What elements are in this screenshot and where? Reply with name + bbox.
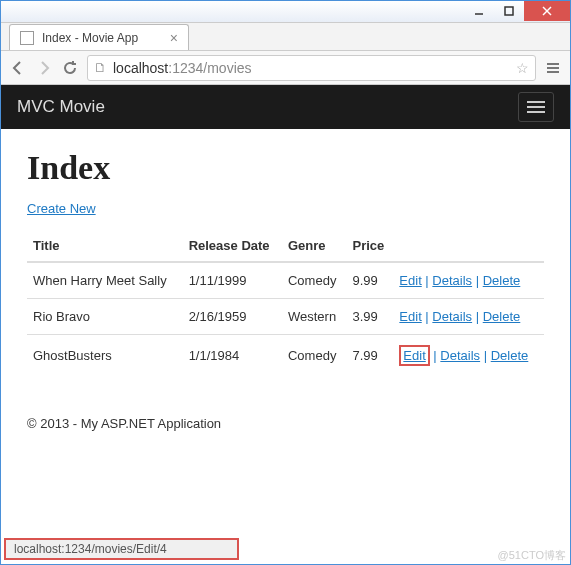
cell-actions: Edit | Details | Delete	[393, 335, 544, 377]
cell-date: 2/16/1959	[183, 299, 282, 335]
cell-actions: Edit | Details | Delete	[393, 299, 544, 335]
delete-link[interactable]: Delete	[491, 348, 529, 363]
cell-title: When Harry Meet Sally	[27, 262, 183, 299]
col-actions	[393, 230, 544, 262]
site-navbar: MVC Movie	[1, 85, 570, 129]
page-title: Index	[27, 149, 544, 187]
cell-title: Rio Bravo	[27, 299, 183, 335]
tab-close-icon[interactable]: ×	[170, 30, 178, 46]
window-titlebar	[1, 1, 570, 23]
edit-link[interactable]: Edit	[403, 348, 425, 363]
cell-genre: Comedy	[282, 262, 347, 299]
col-release-date: Release Date	[183, 230, 282, 262]
browser-tab[interactable]: Index - Movie App ×	[9, 24, 189, 50]
edit-link[interactable]: Edit	[399, 309, 421, 324]
cell-genre: Comedy	[282, 335, 347, 377]
table-row: When Harry Meet Sally 1/11/1999 Comedy 9…	[27, 262, 544, 299]
cell-price: 3.99	[347, 299, 394, 335]
cell-date: 1/1/1984	[183, 335, 282, 377]
table-row: Rio Bravo 2/16/1959 Western 3.99 Edit | …	[27, 299, 544, 335]
navbar-brand[interactable]: MVC Movie	[17, 97, 105, 117]
cell-price: 9.99	[347, 262, 394, 299]
bookmark-star-icon[interactable]: ☆	[516, 60, 529, 76]
col-title: Title	[27, 230, 183, 262]
create-new-link[interactable]: Create New	[27, 201, 96, 216]
cell-date: 1/11/1999	[183, 262, 282, 299]
tab-title: Index - Movie App	[42, 31, 138, 45]
window-maximize-button[interactable]	[494, 1, 524, 21]
edit-link[interactable]: Edit	[399, 273, 421, 288]
cell-genre: Western	[282, 299, 347, 335]
back-button[interactable]	[9, 59, 27, 77]
svg-rect-1	[505, 7, 513, 15]
url-host: localhost	[113, 60, 168, 76]
browser-tabstrip: Index - Movie App ×	[1, 23, 570, 51]
delete-link[interactable]: Delete	[483, 309, 521, 324]
favicon-icon	[20, 31, 34, 45]
col-genre: Genre	[282, 230, 347, 262]
details-link[interactable]: Details	[440, 348, 480, 363]
window-close-button[interactable]	[524, 1, 570, 21]
browser-toolbar: 🗋 localhost:1234/movies ☆	[1, 51, 570, 85]
delete-link[interactable]: Delete	[483, 273, 521, 288]
movies-table: Title Release Date Genre Price When Harr…	[27, 230, 544, 376]
browser-menu-button[interactable]	[544, 59, 562, 77]
reload-button[interactable]	[61, 59, 79, 77]
url-path: :1234/movies	[168, 60, 251, 76]
col-price: Price	[347, 230, 394, 262]
watermark: @51CTO博客	[498, 548, 566, 563]
cell-title: GhostBusters	[27, 335, 183, 377]
page-icon: 🗋	[94, 60, 107, 75]
address-bar[interactable]: 🗋 localhost:1234/movies ☆	[87, 55, 536, 81]
details-link[interactable]: Details	[432, 309, 472, 324]
page-footer: © 2013 - My ASP.NET Application	[1, 396, 570, 451]
cell-actions: Edit | Details | Delete	[393, 262, 544, 299]
navbar-toggle-button[interactable]	[518, 92, 554, 122]
table-row: GhostBusters 1/1/1984 Comedy 7.99 Edit |…	[27, 335, 544, 377]
cell-price: 7.99	[347, 335, 394, 377]
forward-button[interactable]	[35, 59, 53, 77]
details-link[interactable]: Details	[432, 273, 472, 288]
window-minimize-button[interactable]	[464, 1, 494, 21]
browser-statusbar: localhost:1234/movies/Edit/4	[4, 538, 239, 560]
